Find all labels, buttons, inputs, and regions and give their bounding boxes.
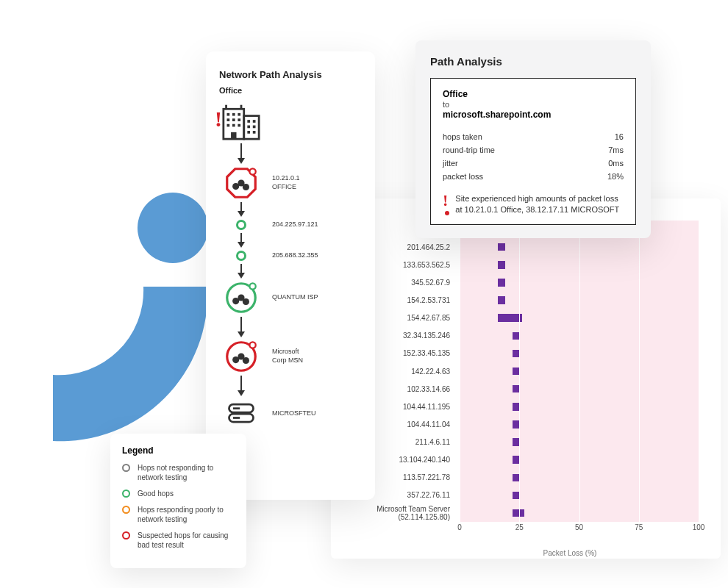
stat-row: packet loss18% bbox=[443, 170, 624, 183]
chart-bar bbox=[498, 279, 505, 287]
svg-rect-7 bbox=[232, 113, 235, 116]
arrow-down-icon bbox=[219, 314, 263, 340]
alert-icon: ! bbox=[215, 107, 222, 132]
arrow-down-icon bbox=[219, 261, 263, 282]
legend-item: Hops not responding to network testing bbox=[122, 463, 235, 482]
chart-xtick: 100 bbox=[693, 523, 705, 531]
legend-text: Hops responding poorly to network testin… bbox=[138, 505, 235, 524]
stat-key: hops taken bbox=[443, 132, 482, 141]
chart-bar bbox=[498, 314, 522, 322]
chart-category-label: Microsoft Team Server (52.114.125.80) bbox=[346, 504, 456, 522]
hop-node-bad-icon bbox=[219, 340, 263, 373]
chart-xtick: 50 bbox=[575, 523, 583, 531]
arrow-down-icon bbox=[219, 140, 263, 167]
legend-text: Hops not responding to network testing bbox=[138, 463, 235, 482]
legend-item: Good hops bbox=[122, 489, 235, 498]
path-hop: Microsoft Corp MSN bbox=[219, 340, 362, 373]
svg-rect-15 bbox=[247, 120, 250, 123]
packet-loss-chart: 10.21.0.1201.464.25.2133.653.562.5345.52… bbox=[346, 220, 706, 522]
path-warning: ! Site experienced high amounts of packe… bbox=[443, 193, 624, 215]
svg-marker-33 bbox=[238, 273, 245, 279]
legend-dot-icon bbox=[122, 464, 130, 472]
svg-rect-9 bbox=[227, 118, 230, 121]
legend-text: Suspected hops for causing bad test resu… bbox=[138, 531, 235, 550]
chart-bar bbox=[498, 296, 505, 304]
svg-rect-49 bbox=[229, 414, 254, 422]
stat-row: jitter0ms bbox=[443, 157, 624, 170]
svg-rect-6 bbox=[227, 113, 230, 116]
legend-item: Suspected hops for causing bad test resu… bbox=[122, 531, 235, 550]
svg-rect-10 bbox=[232, 118, 235, 121]
path-from: Office bbox=[443, 89, 624, 99]
chart-bar bbox=[513, 420, 520, 429]
svg-rect-2 bbox=[244, 116, 259, 140]
stat-value: 16 bbox=[615, 132, 624, 141]
stat-value: 7ms bbox=[608, 146, 624, 154]
hop-dot-good-icon bbox=[236, 220, 246, 230]
arrow-down-icon bbox=[219, 373, 263, 399]
chart-bar bbox=[513, 350, 520, 358]
path-warning-text: Site experienced high amounts of packet … bbox=[455, 193, 624, 215]
hop-label: 204.225.97.121 bbox=[272, 220, 318, 229]
path-hop: 204.225.97.121 bbox=[219, 220, 362, 230]
stat-row: round-trip time7ms bbox=[443, 143, 624, 157]
path-hop: QUANTUM ISP bbox=[219, 282, 362, 314]
hop-label: QUANTUM ISP bbox=[272, 293, 318, 302]
path-to-word: to bbox=[443, 100, 624, 109]
stat-key: packet loss bbox=[443, 172, 483, 181]
path-destination: microsoft.sharepoint.com bbox=[443, 110, 624, 120]
stat-key: jitter bbox=[443, 159, 458, 168]
svg-rect-18 bbox=[253, 126, 256, 129]
svg-marker-22 bbox=[238, 158, 245, 164]
network-path-card: Network Path Analysis Office !10.21.0.1 … bbox=[206, 51, 375, 500]
svg-point-38 bbox=[249, 283, 255, 289]
path-hop: ! bbox=[219, 102, 362, 140]
hop-label: 10.21.0.1 OFFICE bbox=[272, 174, 300, 191]
svg-point-45 bbox=[249, 342, 255, 348]
chart-bar bbox=[513, 456, 520, 464]
chart-bar bbox=[498, 243, 505, 251]
chart-bar bbox=[513, 509, 524, 517]
arrow-down-icon bbox=[219, 230, 263, 251]
chart-bar bbox=[513, 474, 520, 482]
path-analysis-box: Office to microsoft.sharepoint.com hops … bbox=[430, 78, 636, 225]
svg-marker-31 bbox=[238, 242, 245, 248]
legend-dot-icon bbox=[122, 531, 130, 539]
stat-key: round-trip time bbox=[443, 146, 495, 154]
stat-value: 18% bbox=[607, 172, 624, 181]
path-hop: 10.21.0.1 OFFICE bbox=[219, 167, 362, 199]
svg-rect-8 bbox=[238, 113, 240, 116]
server-icon bbox=[219, 399, 263, 429]
path-hop: 205.688.32.355 bbox=[219, 251, 362, 261]
chart-bar bbox=[513, 332, 520, 340]
svg-rect-19 bbox=[247, 131, 250, 134]
legend-item: Hops responding poorly to network testin… bbox=[122, 505, 235, 524]
hop-node-bad-icon bbox=[219, 167, 263, 199]
packet-loss-chart-panel: 10.21.0.1201.464.25.2133.653.562.5345.52… bbox=[331, 198, 721, 559]
stat-value: 0ms bbox=[608, 159, 624, 168]
path-analysis-card: Path Analysis Office to microsoft.sharep… bbox=[415, 40, 651, 238]
chart-bar bbox=[513, 492, 520, 500]
legend-card: Legend Hops not responding to network te… bbox=[110, 434, 246, 568]
path-hop: MICROSFTEU bbox=[219, 399, 362, 429]
chart-xtick: 25 bbox=[515, 523, 524, 531]
network-path-title: Network Path Analysis bbox=[219, 69, 362, 80]
svg-rect-14 bbox=[238, 124, 240, 127]
hop-label: MICROSFTEU bbox=[272, 409, 316, 418]
svg-marker-47 bbox=[238, 390, 245, 396]
legend-title: Legend bbox=[122, 445, 235, 456]
svg-marker-40 bbox=[238, 331, 245, 337]
svg-rect-11 bbox=[238, 118, 240, 121]
path-analysis-title: Path Analysis bbox=[430, 55, 636, 68]
svg-rect-16 bbox=[253, 120, 256, 123]
chart-bar bbox=[513, 385, 520, 393]
svg-rect-13 bbox=[232, 124, 235, 127]
stat-row: hops taken16 bbox=[443, 130, 624, 143]
svg-rect-20 bbox=[253, 131, 256, 134]
hop-node-good-icon bbox=[219, 282, 263, 314]
chart-xtick: 75 bbox=[635, 523, 643, 531]
network-path-subtitle: Office bbox=[219, 86, 362, 95]
svg-marker-29 bbox=[238, 211, 245, 217]
chart-bar bbox=[513, 438, 520, 446]
warning-icon: ! bbox=[443, 193, 448, 208]
